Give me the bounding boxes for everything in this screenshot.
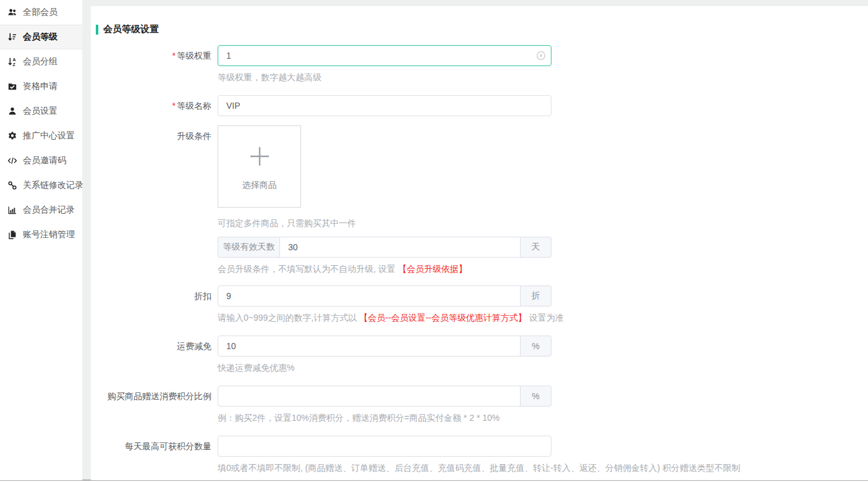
sidebar-item-account-cancellation[interactable]: 账号注销管理 bbox=[0, 222, 82, 247]
discount-calc-link[interactable]: 【会员--会员设置--会员等级优惠计算方式】 bbox=[359, 313, 527, 323]
daily-max-points-input[interactable] bbox=[218, 436, 551, 457]
form-row-level-name: *等级名称 bbox=[91, 95, 868, 116]
page-title: 会员等级设置 bbox=[96, 23, 868, 35]
sidebar-item-label: 资格申请 bbox=[23, 81, 57, 92]
form-row-shipping-reduction: 运费减免 % 快递运费减免优惠% bbox=[91, 336, 868, 374]
sidebar-item-label: 账号注销管理 bbox=[23, 229, 75, 240]
gear-icon bbox=[7, 131, 17, 141]
sidebar-item-member-groups[interactable]: AZ 会员分组 bbox=[0, 49, 82, 74]
svg-text:A: A bbox=[13, 57, 16, 62]
upgrade-basis-link[interactable]: 【会员升级依据】 bbox=[398, 264, 467, 274]
users-icon bbox=[7, 7, 17, 17]
sidebar-item-merge-log[interactable]: 会员合并记录 bbox=[0, 198, 82, 222]
clear-icon[interactable] bbox=[536, 51, 546, 61]
valid-days-prepend-label: 等级有效天数 bbox=[218, 237, 279, 258]
points-ratio-input-group: % bbox=[218, 386, 551, 407]
discount-helper: 请输入0~999之间的数字,计算方式以 【会员--会员设置--会员等级优惠计算方… bbox=[218, 311, 551, 324]
select-goods-label: 选择商品 bbox=[242, 180, 277, 191]
valid-days-input[interactable] bbox=[279, 237, 521, 258]
discount-input-group: 折 bbox=[218, 285, 551, 307]
page: 全部会员 会员等级 AZ 会员分组 资格申请 会员设置 bbox=[0, 0, 868, 482]
sidebar-item-member-settings[interactable]: 会员设置 bbox=[0, 99, 82, 124]
field-label-level-name: *等级名称 bbox=[91, 95, 211, 116]
sidebar-item-promotion-settings[interactable]: 推广中心设置 bbox=[0, 124, 82, 148]
title-accent-bar bbox=[96, 25, 98, 35]
sort-ranking-icon bbox=[7, 32, 17, 42]
page-title-text: 会员等级设置 bbox=[103, 23, 159, 35]
file-copy-icon bbox=[7, 230, 17, 240]
required-asterisk: * bbox=[172, 101, 176, 111]
discount-input[interactable] bbox=[218, 285, 521, 307]
daily-max-input-wrap bbox=[218, 436, 551, 457]
sidebar-item-label: 关系链修改记录 bbox=[23, 180, 83, 191]
level-name-input[interactable] bbox=[218, 95, 551, 116]
form-row-discount: 折扣 折 请输入0~999之间的数字,计算方式以 【会员--会员设置--会员等级… bbox=[91, 285, 868, 324]
sidebar-item-label: 会员设置 bbox=[23, 106, 57, 117]
field-label-points-ratio: 购买商品赠送消费积分比例 bbox=[91, 386, 211, 424]
level-weight-input-wrap bbox=[218, 45, 551, 66]
sort-alpha-icon: AZ bbox=[7, 57, 17, 67]
sidebar-item-qualification[interactable]: 资格申请 bbox=[0, 74, 82, 99]
chain-link-icon bbox=[7, 180, 17, 190]
sidebar-item-label: 全部会员 bbox=[23, 7, 57, 18]
select-goods-box[interactable]: 选择商品 bbox=[218, 125, 301, 208]
discount-unit-label: 折 bbox=[521, 285, 551, 307]
shipping-helper: 快递运费减免优惠% bbox=[218, 362, 551, 374]
field-label-daily-max-points: 每天最高可获积分数量 bbox=[91, 436, 211, 474]
background-strip-gap bbox=[82, 0, 91, 480]
upgrade-condition-helper: 会员升级条件，不填写默认为不自动升级, 设置 【会员升级依据】 bbox=[218, 263, 551, 275]
upgrade-picker-helper: 可指定多件商品，只需购买其中一件 bbox=[218, 217, 551, 229]
sidebar-item-label: 会员等级 bbox=[23, 32, 57, 43]
field-label-level-weight: *等级权重 bbox=[91, 45, 211, 83]
points-ratio-input[interactable] bbox=[218, 386, 521, 407]
level-weight-helper: 等级权重，数字越大越高级 bbox=[218, 71, 551, 83]
sidebar-item-label: 会员分组 bbox=[23, 56, 57, 67]
bar-chart-icon bbox=[7, 205, 17, 215]
sidebar-nav: 全部会员 会员等级 AZ 会员分组 资格申请 会员设置 bbox=[0, 0, 82, 480]
sidebar-item-relation-log[interactable]: 关系链修改记录 bbox=[0, 173, 82, 198]
shipping-input-group: % bbox=[218, 336, 551, 357]
background-strip-top bbox=[82, 0, 868, 6]
shipping-reduction-input[interactable] bbox=[218, 336, 521, 357]
svg-text:Z: Z bbox=[13, 62, 16, 67]
form-row-points-ratio: 购买商品赠送消费积分比例 % 例：购买2件，设置10%消费积分，赠送消费积分=商… bbox=[91, 386, 868, 424]
member-level-form: *等级权重 等级权重，数字越大越高级 *等级名称 bbox=[91, 45, 868, 474]
field-label-shipping-reduction: 运费减免 bbox=[91, 336, 211, 374]
sidebar-item-all-members[interactable]: 全部会员 bbox=[0, 0, 82, 25]
user-icon bbox=[7, 106, 17, 116]
sidebar-item-member-levels[interactable]: 会员等级 bbox=[0, 25, 82, 49]
required-asterisk: * bbox=[172, 51, 176, 61]
level-name-input-wrap bbox=[218, 95, 551, 116]
sidebar-item-label: 会员邀请码 bbox=[23, 155, 66, 166]
sidebar-item-invite-code[interactable]: 会员邀请码 bbox=[0, 148, 82, 173]
main-panel: 会员等级设置 *等级权重 等级权重，数字越大越高级 *等级名称 bbox=[91, 6, 868, 480]
field-label-upgrade-condition: 升级条件 bbox=[91, 130, 211, 275]
sidebar-item-label: 会员合并记录 bbox=[23, 205, 75, 216]
inbox-check-icon bbox=[7, 82, 17, 91]
valid-days-input-group: 等级有效天数 天 bbox=[218, 237, 551, 258]
field-label-discount: 折扣 bbox=[91, 285, 211, 324]
code-icon bbox=[7, 156, 17, 166]
form-row-level-weight: *等级权重 等级权重，数字越大越高级 bbox=[91, 45, 868, 83]
shipping-unit-label: % bbox=[521, 336, 551, 357]
form-row-daily-max-points: 每天最高可获积分数量 填0或者不填即不限制, (商品赠送、订单赠送、后台充值、充… bbox=[91, 436, 868, 474]
sidebar-item-label: 推广中心设置 bbox=[23, 130, 75, 142]
valid-days-unit-label: 天 bbox=[521, 237, 551, 258]
points-ratio-unit-label: % bbox=[521, 386, 551, 407]
points-ratio-helper: 例：购买2件，设置10%消费积分，赠送消费积分=商品实付金额 * 2 * 10% bbox=[218, 412, 551, 424]
plus-icon bbox=[249, 145, 271, 170]
form-row-upgrade-condition: 升级条件 选择商品 可指定多件商品，只需购买其中一件 等级有效天数 天 bbox=[91, 125, 868, 275]
level-weight-input[interactable] bbox=[218, 45, 551, 66]
daily-max-helper: 填0或者不填即不限制, (商品赠送、订单赠送、后台充值、充值码充值、批量充值、转… bbox=[218, 462, 551, 474]
